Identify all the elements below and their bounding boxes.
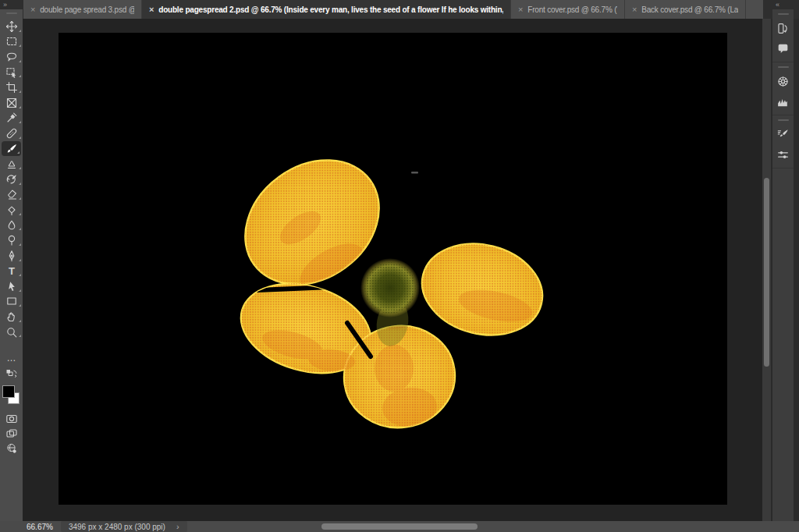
close-icon[interactable]: × <box>149 5 154 14</box>
panel-button-comments[interactable] <box>772 38 794 59</box>
edit-toolbar-icon[interactable]: … <box>0 354 23 362</box>
clone-stamp-icon <box>5 158 18 170</box>
tool-history-brush[interactable] <box>0 172 23 187</box>
tool-spot-healing[interactable] <box>0 126 23 141</box>
tool-type[interactable]: T <box>0 264 23 279</box>
close-icon[interactable]: × <box>30 5 35 14</box>
document-canvas[interactable] <box>59 33 727 505</box>
document-tab-bar: » × double page spread 3.psd @ … × doubl… <box>0 0 799 19</box>
tool-rectangle[interactable] <box>0 294 23 310</box>
tab-double-pagespread-2[interactable]: × double pagespread 2.psd @ 66.7% (Insid… <box>142 0 511 19</box>
move-icon <box>5 20 18 33</box>
path-selection-icon <box>5 280 18 293</box>
crop-icon <box>5 81 18 94</box>
brush-settings-icon <box>776 128 790 141</box>
tool-gradient[interactable] <box>0 202 23 218</box>
lasso-icon <box>5 51 18 63</box>
tab-label: Back cover.psd @ 66.7% (Laye… <box>641 5 738 14</box>
zoom-level-field[interactable]: 66.67% <box>27 523 53 531</box>
tab-back-cover[interactable]: × Back cover.psd @ 66.7% (Laye… <box>625 0 746 19</box>
tool-brush[interactable] <box>2 141 21 157</box>
vertical-scrollbar-thumb[interactable] <box>764 178 769 367</box>
panel-grip[interactable] <box>6 12 17 14</box>
panel-grip[interactable] <box>778 119 789 121</box>
document-tabs: × double page spread 3.psd @ … × double … <box>23 0 763 19</box>
tool-rectangular-marquee[interactable] <box>0 34 23 50</box>
dock-group <box>772 115 794 168</box>
comments-icon <box>776 42 790 55</box>
tool-path-selection[interactable] <box>0 278 23 294</box>
panel-grip[interactable] <box>778 66 789 68</box>
panel-button-tool-options[interactable] <box>772 144 794 165</box>
rectangular-marquee-icon <box>5 35 18 48</box>
panel-button-histogram[interactable] <box>772 91 794 112</box>
tool-options-icon <box>776 148 790 161</box>
tab-front-cover[interactable]: × Front cover.psd @ 66.7% (Vec… <box>511 0 625 19</box>
document-info[interactable]: 3496 px x 2480 px (300 ppi) › <box>61 521 187 532</box>
type-icon: T <box>5 264 18 277</box>
hand-icon <box>5 310 18 323</box>
swap-colors-button[interactable] <box>0 367 23 381</box>
close-icon[interactable]: × <box>632 5 637 14</box>
screen-mode-icon <box>5 427 18 440</box>
tool-lasso[interactable] <box>0 49 23 65</box>
panel-grip[interactable] <box>778 13 789 15</box>
flower-artwork <box>59 33 727 505</box>
vertical-scrollbar[interactable] <box>762 19 771 521</box>
status-bar: 66.67% 3496 px x 2480 px (300 ppi) › <box>0 521 799 532</box>
eraser-icon <box>5 188 18 200</box>
tool-eraser[interactable] <box>0 187 23 203</box>
dock-group <box>772 62 794 115</box>
tool-object-selection[interactable] <box>0 65 23 80</box>
panel-button-color-wheel[interactable] <box>772 71 794 91</box>
default-swap-colors-icon <box>5 368 18 381</box>
horizontal-scrollbar-thumb[interactable] <box>321 523 478 530</box>
tool-eyedropper[interactable] <box>0 111 23 126</box>
globe-button[interactable] <box>0 441 23 456</box>
expand-panels-icon[interactable]: » <box>3 1 6 9</box>
close-icon[interactable]: × <box>518 5 523 14</box>
color-wheel-icon <box>776 75 790 88</box>
frame-icon <box>5 97 18 109</box>
tool-hand[interactable] <box>0 309 23 325</box>
pen-icon <box>5 250 18 262</box>
spot-healing-icon <box>5 127 18 140</box>
rectangle-icon <box>5 295 18 307</box>
tab-double-page-spread-3[interactable]: × double page spread 3.psd @ … <box>23 0 142 19</box>
globe-icon <box>5 442 18 455</box>
document-dimensions: 3496 px x 2480 px (300 ppi) <box>69 523 165 531</box>
tool-blur[interactable] <box>0 218 23 233</box>
tool-frame[interactable] <box>0 95 23 111</box>
dodge-icon <box>5 234 18 246</box>
history-icon <box>776 22 790 35</box>
foreground-color-swatch[interactable] <box>2 385 15 398</box>
tool-move[interactable] <box>0 19 23 34</box>
tool-crop[interactable] <box>0 80 23 95</box>
tool-pen[interactable] <box>0 248 23 264</box>
gradient-icon <box>5 204 18 216</box>
collapse-panels-icon[interactable]: « <box>776 1 779 9</box>
svg-text:T: T <box>9 265 15 277</box>
tab-label: double page spread 3.psd @ … <box>40 5 134 14</box>
histogram-icon <box>776 95 790 108</box>
tab-label: Front cover.psd @ 66.7% (Vec… <box>527 5 617 14</box>
color-swatches <box>0 383 23 408</box>
tool-clone-stamp[interactable] <box>0 156 23 172</box>
quick-mask-button[interactable] <box>0 411 23 426</box>
work-area <box>23 19 762 521</box>
object-selection-icon <box>5 66 18 79</box>
chevron-right-icon[interactable]: › <box>176 522 179 531</box>
blur-icon <box>5 219 18 232</box>
brush-icon <box>5 143 18 155</box>
toolbar-extras: … <box>0 353 23 456</box>
photoshop-window: » × double page spread 3.psd @ … × doubl… <box>0 0 799 532</box>
tools-panel: T … <box>0 9 23 521</box>
tab-label: double pagespread 2.psd @ 66.7% (Inside … <box>158 5 503 14</box>
zoom-icon <box>5 326 18 339</box>
screen-mode-button[interactable] <box>0 426 23 441</box>
panel-button-history[interactable] <box>772 18 794 38</box>
tool-dodge[interactable] <box>0 232 23 248</box>
tool-zoom[interactable] <box>0 325 23 340</box>
right-panel-dock <box>772 9 794 521</box>
panel-button-brush-settings[interactable] <box>772 124 794 144</box>
